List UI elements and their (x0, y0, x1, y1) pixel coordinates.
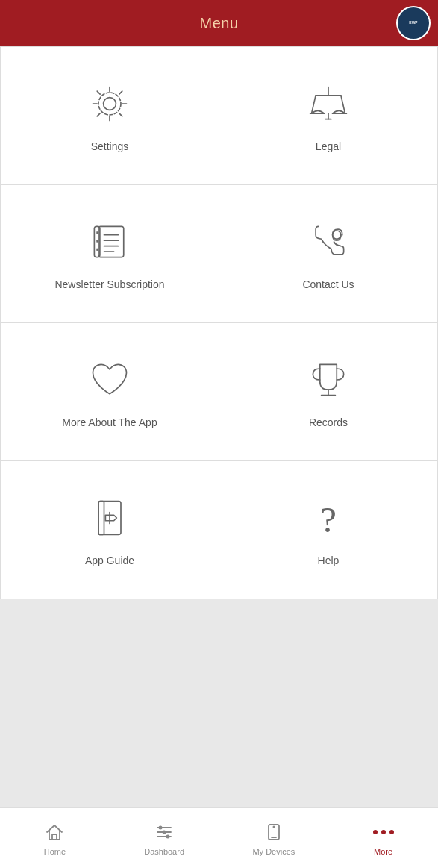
svg-point-32 (166, 834, 170, 838)
svg-rect-23 (98, 501, 104, 534)
newsletter-label: Newsletter Subscription (54, 278, 164, 291)
empty-space (0, 599, 438, 807)
menu-cell-contact[interactable]: Contact Us (219, 185, 438, 323)
mydevices-icon (262, 820, 286, 844)
menu-cell-newsletter[interactable]: Newsletter Subscription (1, 185, 219, 323)
svg-point-1 (98, 93, 121, 115)
header-logo: EWP (396, 6, 431, 40)
svg-point-31 (163, 830, 166, 834)
nav-label-dashboard: Dashboard (144, 847, 184, 856)
svg-rect-10 (98, 226, 124, 257)
guide-icon (84, 493, 135, 543)
menu-cell-about[interactable]: More About The App (1, 323, 219, 461)
nav-label-more: More (374, 847, 392, 856)
menu-cell-help[interactable]: ? Help (219, 461, 438, 599)
svg-rect-26 (52, 834, 57, 840)
legal-label: Legal (316, 140, 341, 153)
help-icon: ? (303, 493, 354, 543)
records-label: Records (309, 416, 348, 429)
svg-point-30 (159, 825, 163, 829)
trophy-icon (303, 355, 354, 405)
app-header: Menu EWP (0, 0, 438, 46)
svg-point-19 (333, 231, 341, 239)
contact-label: Contact Us (302, 278, 354, 291)
dashboard-icon (152, 820, 176, 844)
contact-icon (303, 216, 354, 267)
newsletter-icon (84, 216, 135, 267)
guide-label: App Guide (85, 554, 134, 567)
menu-cell-records[interactable]: Records (219, 323, 438, 461)
bottom-nav: Home Dashboard My Devices (0, 807, 438, 868)
svg-point-0 (104, 97, 116, 110)
menu-grid: Settings Legal (0, 46, 438, 599)
menu-cell-legal[interactable]: Legal (219, 47, 438, 185)
svg-text:?: ? (320, 500, 337, 540)
heart-icon (84, 355, 135, 405)
menu-cell-settings[interactable]: Settings (1, 47, 219, 185)
home-icon (43, 820, 66, 844)
settings-icon (84, 78, 135, 129)
nav-item-home[interactable]: Home (0, 808, 110, 868)
nav-item-dashboard[interactable]: Dashboard (110, 808, 219, 868)
nav-item-mydevices[interactable]: My Devices (219, 808, 329, 868)
nav-label-home: Home (44, 847, 66, 856)
legal-icon (303, 78, 354, 129)
nav-item-more[interactable]: More (328, 808, 438, 868)
settings-label: Settings (91, 140, 129, 153)
about-label: More About The App (62, 416, 157, 429)
nav-label-mydevices: My Devices (252, 847, 295, 856)
header-title: Menu (199, 15, 238, 32)
menu-cell-guide[interactable]: App Guide (1, 461, 219, 599)
more-icon (372, 820, 395, 844)
help-label: Help (318, 554, 340, 567)
